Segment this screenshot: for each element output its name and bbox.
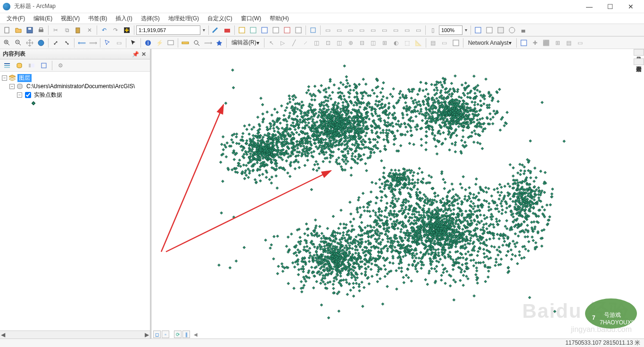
na-tool-3[interactable]: ⊞ xyxy=(553,38,563,48)
collapse-icon[interactable]: − xyxy=(9,84,15,89)
sketch-props-button[interactable]: ▭ xyxy=(439,38,450,48)
layout-view-tab[interactable]: ▫ xyxy=(162,330,169,338)
arc-toolbox-button[interactable] xyxy=(259,25,270,35)
list-by-drawing-order[interactable] xyxy=(2,60,12,71)
edit-tool-9[interactable]: ⊟ xyxy=(357,38,367,48)
pin-icon[interactable]: 📌 xyxy=(132,51,139,58)
map-scale-input[interactable] xyxy=(136,25,200,35)
toc-options-button[interactable]: ⚙ xyxy=(55,60,66,71)
catalog-button[interactable] xyxy=(237,25,247,35)
edit-tool-13[interactable]: ⬚ xyxy=(402,38,413,48)
list-by-selection[interactable] xyxy=(39,60,49,71)
edit-tool-11[interactable]: ⊞ xyxy=(380,38,390,48)
tree-layer-symbol[interactable] xyxy=(0,99,150,107)
redo-button[interactable]: ↷ xyxy=(110,25,121,35)
data-view-tab[interactable]: ◻ xyxy=(153,330,161,338)
save-button[interactable] xyxy=(25,25,35,35)
collapse-icon[interactable]: − xyxy=(2,75,7,81)
geo-ref-2[interactable]: ▭ xyxy=(334,25,344,35)
select-features-button[interactable] xyxy=(102,38,113,48)
edit-tool-12[interactable]: ◐ xyxy=(391,38,401,48)
lock-button[interactable] xyxy=(518,25,528,35)
geo-ref-6[interactable]: ▭ xyxy=(379,25,389,35)
layout-view-button[interactable] xyxy=(484,25,495,35)
na-tool-2[interactable]: ⬛ xyxy=(541,38,552,48)
geo-ref-3[interactable]: ▭ xyxy=(345,25,355,35)
editor-menu[interactable]: 编辑器(R) ▾ xyxy=(229,38,262,48)
edit-tool-3[interactable]: ╱ xyxy=(289,38,299,48)
network-analyst-menu[interactable]: Network Analyst ▾ xyxy=(465,38,514,48)
paste-button[interactable] xyxy=(73,25,83,35)
edit-tool-5[interactable]: ◫ xyxy=(312,38,322,48)
zoom-in-button[interactable] xyxy=(2,38,12,48)
hyperlink-button[interactable]: ⚡ xyxy=(154,38,165,48)
select-elements-button[interactable] xyxy=(128,38,139,48)
python-button[interactable] xyxy=(271,25,281,35)
toc-close-icon[interactable]: ✕ xyxy=(140,51,147,58)
go-to-xy-button[interactable] xyxy=(214,38,224,48)
geo-ref-5[interactable]: ▭ xyxy=(368,25,378,35)
cut-button[interactable]: ✂ xyxy=(50,25,61,35)
tree-layer-label[interactable]: 实验点数据 xyxy=(33,91,64,99)
prev-extent-button[interactable]: ⟸ xyxy=(76,38,87,48)
refresh-view-button[interactable]: ⟳ xyxy=(174,330,182,338)
refresh-button[interactable] xyxy=(495,25,506,35)
edit-tool-8[interactable]: ⊕ xyxy=(346,38,356,48)
menu-view[interactable]: 视图(V) xyxy=(57,14,83,24)
edit-tool-7[interactable]: ◫ xyxy=(334,38,345,48)
menu-window[interactable]: 窗口(W) xyxy=(237,14,265,24)
edit-tool-1[interactable]: ↖ xyxy=(266,38,277,48)
layout-utils-button[interactable] xyxy=(308,25,318,35)
add-data-button[interactable] xyxy=(122,25,132,35)
create-features-tab[interactable]: 创建要素 xyxy=(634,58,644,65)
find-route-button[interactable]: ⟿ xyxy=(203,38,213,48)
next-extent-button[interactable]: ⟹ xyxy=(88,38,98,48)
toc-hscroll[interactable]: ◀▶ xyxy=(0,330,150,339)
attribute-button[interactable]: ▤ xyxy=(428,38,438,48)
geo-ref-8[interactable]: ▭ xyxy=(402,25,412,35)
identify-button[interactable]: i xyxy=(143,38,153,48)
geo-ref-4[interactable]: ▭ xyxy=(356,25,367,35)
data-view-button[interactable] xyxy=(473,25,483,35)
maximize-button[interactable]: ☐ xyxy=(600,0,620,13)
search-button[interactable] xyxy=(248,25,258,35)
collapse-icon[interactable]: − xyxy=(17,92,22,98)
menu-file[interactable]: 文件(F) xyxy=(3,14,29,24)
edit-tool-4[interactable]: ⟋ xyxy=(300,38,311,48)
menu-bookmark[interactable]: 书签(B) xyxy=(84,14,111,24)
delete-button[interactable]: ✕ xyxy=(84,25,95,35)
model-builder-button[interactable] xyxy=(282,25,292,35)
zoom-out-button[interactable] xyxy=(13,38,24,48)
edit-tool-2[interactable]: ▷ xyxy=(278,38,288,48)
toolbox-button[interactable] xyxy=(222,25,232,35)
fixed-zoom-out[interactable]: ⤡ xyxy=(62,38,72,48)
na-window-button[interactable] xyxy=(519,38,529,48)
layout-a[interactable]: ▯ xyxy=(428,25,438,35)
fixed-zoom-in[interactable]: ⤢ xyxy=(50,38,61,48)
pan-button[interactable] xyxy=(25,38,35,48)
tree-datasource[interactable]: − C:\Users\Administrator\Documents\ArcGI… xyxy=(0,82,150,91)
tree-root-label[interactable]: 图层 xyxy=(17,74,32,82)
copy-button[interactable]: ⧉ xyxy=(62,25,72,35)
na-tool-4[interactable]: ▤ xyxy=(564,38,574,48)
edit-tool-14[interactable]: 📐 xyxy=(413,38,424,48)
open-button[interactable] xyxy=(13,25,24,35)
measure-button[interactable] xyxy=(180,38,190,48)
full-extent-button[interactable] xyxy=(36,38,46,48)
catalog-tab[interactable]: 目录 xyxy=(634,49,644,56)
clear-selection-button[interactable]: ▭ xyxy=(114,38,124,48)
menu-insert[interactable]: 插入(I) xyxy=(112,14,136,24)
tree-datasource-label[interactable]: C:\Users\Administrator\Documents\ArcGIS\ xyxy=(25,83,136,90)
geo-ref-1[interactable]: ▭ xyxy=(322,25,333,35)
editor-toolbar-button[interactable] xyxy=(211,25,221,35)
na-tool-5[interactable]: ▭ xyxy=(575,38,586,48)
tree-root-layers[interactable]: − 图层 xyxy=(0,74,150,82)
edit-tool-6[interactable]: ⊡ xyxy=(323,38,333,48)
tree-layer-item[interactable]: − 实验点数据 xyxy=(0,91,150,99)
minimize-button[interactable]: — xyxy=(579,0,600,13)
results-button[interactable] xyxy=(293,25,304,35)
close-button[interactable]: ✕ xyxy=(620,0,641,13)
na-tool-1[interactable]: ✚ xyxy=(530,38,540,48)
new-button[interactable] xyxy=(2,25,12,35)
zoom-input[interactable] xyxy=(439,25,462,35)
